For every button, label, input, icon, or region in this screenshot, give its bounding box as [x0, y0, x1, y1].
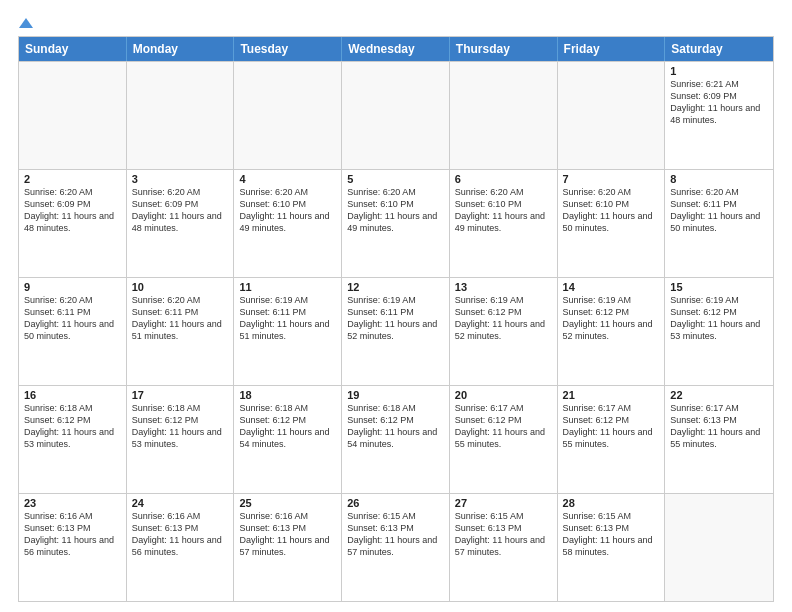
day-10: 10Sunrise: 6:20 AM Sunset: 6:11 PM Dayli… — [127, 278, 235, 385]
empty-cell-0-5 — [558, 62, 666, 169]
day-9: 9Sunrise: 6:20 AM Sunset: 6:11 PM Daylig… — [19, 278, 127, 385]
day-number: 22 — [670, 389, 768, 401]
day-13: 13Sunrise: 6:19 AM Sunset: 6:12 PM Dayli… — [450, 278, 558, 385]
day-27: 27Sunrise: 6:15 AM Sunset: 6:13 PM Dayli… — [450, 494, 558, 601]
day-6: 6Sunrise: 6:20 AM Sunset: 6:10 PM Daylig… — [450, 170, 558, 277]
empty-cell-0-4 — [450, 62, 558, 169]
week-row-1: 1Sunrise: 6:21 AM Sunset: 6:09 PM Daylig… — [19, 61, 773, 169]
day-number: 19 — [347, 389, 444, 401]
day-info: Sunrise: 6:19 AM Sunset: 6:11 PM Dayligh… — [347, 294, 444, 343]
day-info: Sunrise: 6:19 AM Sunset: 6:12 PM Dayligh… — [455, 294, 552, 343]
day-info: Sunrise: 6:20 AM Sunset: 6:09 PM Dayligh… — [24, 186, 121, 235]
day-number: 5 — [347, 173, 444, 185]
day-14: 14Sunrise: 6:19 AM Sunset: 6:12 PM Dayli… — [558, 278, 666, 385]
logo-triangle-icon — [19, 18, 33, 28]
day-info: Sunrise: 6:16 AM Sunset: 6:13 PM Dayligh… — [24, 510, 121, 559]
day-21: 21Sunrise: 6:17 AM Sunset: 6:12 PM Dayli… — [558, 386, 666, 493]
empty-cell-0-0 — [19, 62, 127, 169]
day-16: 16Sunrise: 6:18 AM Sunset: 6:12 PM Dayli… — [19, 386, 127, 493]
day-info: Sunrise: 6:15 AM Sunset: 6:13 PM Dayligh… — [455, 510, 552, 559]
day-number: 11 — [239, 281, 336, 293]
day-info: Sunrise: 6:18 AM Sunset: 6:12 PM Dayligh… — [132, 402, 229, 451]
day-number: 9 — [24, 281, 121, 293]
day-22: 22Sunrise: 6:17 AM Sunset: 6:13 PM Dayli… — [665, 386, 773, 493]
day-info: Sunrise: 6:16 AM Sunset: 6:13 PM Dayligh… — [239, 510, 336, 559]
day-info: Sunrise: 6:17 AM Sunset: 6:13 PM Dayligh… — [670, 402, 768, 451]
day-info: Sunrise: 6:20 AM Sunset: 6:10 PM Dayligh… — [239, 186, 336, 235]
day-number: 4 — [239, 173, 336, 185]
day-7: 7Sunrise: 6:20 AM Sunset: 6:10 PM Daylig… — [558, 170, 666, 277]
day-number: 17 — [132, 389, 229, 401]
calendar-body: 1Sunrise: 6:21 AM Sunset: 6:09 PM Daylig… — [19, 61, 773, 601]
day-12: 12Sunrise: 6:19 AM Sunset: 6:11 PM Dayli… — [342, 278, 450, 385]
day-5: 5Sunrise: 6:20 AM Sunset: 6:10 PM Daylig… — [342, 170, 450, 277]
empty-cell-0-2 — [234, 62, 342, 169]
empty-cell-0-1 — [127, 62, 235, 169]
header-day-friday: Friday — [558, 37, 666, 61]
day-number: 26 — [347, 497, 444, 509]
day-number: 8 — [670, 173, 768, 185]
day-info: Sunrise: 6:15 AM Sunset: 6:13 PM Dayligh… — [563, 510, 660, 559]
day-number: 7 — [563, 173, 660, 185]
day-info: Sunrise: 6:18 AM Sunset: 6:12 PM Dayligh… — [347, 402, 444, 451]
day-2: 2Sunrise: 6:20 AM Sunset: 6:09 PM Daylig… — [19, 170, 127, 277]
day-info: Sunrise: 6:19 AM Sunset: 6:11 PM Dayligh… — [239, 294, 336, 343]
day-3: 3Sunrise: 6:20 AM Sunset: 6:09 PM Daylig… — [127, 170, 235, 277]
header-day-sunday: Sunday — [19, 37, 127, 61]
day-number: 1 — [670, 65, 768, 77]
day-number: 18 — [239, 389, 336, 401]
day-number: 24 — [132, 497, 229, 509]
day-info: Sunrise: 6:19 AM Sunset: 6:12 PM Dayligh… — [670, 294, 768, 343]
day-number: 13 — [455, 281, 552, 293]
day-1: 1Sunrise: 6:21 AM Sunset: 6:09 PM Daylig… — [665, 62, 773, 169]
logo-area — [18, 18, 34, 28]
week-row-5: 23Sunrise: 6:16 AM Sunset: 6:13 PM Dayli… — [19, 493, 773, 601]
day-number: 27 — [455, 497, 552, 509]
day-number: 10 — [132, 281, 229, 293]
calendar: SundayMondayTuesdayWednesdayThursdayFrid… — [18, 36, 774, 602]
week-row-2: 2Sunrise: 6:20 AM Sunset: 6:09 PM Daylig… — [19, 169, 773, 277]
day-number: 14 — [563, 281, 660, 293]
day-number: 23 — [24, 497, 121, 509]
header-day-thursday: Thursday — [450, 37, 558, 61]
day-number: 12 — [347, 281, 444, 293]
day-info: Sunrise: 6:20 AM Sunset: 6:10 PM Dayligh… — [455, 186, 552, 235]
day-number: 16 — [24, 389, 121, 401]
day-23: 23Sunrise: 6:16 AM Sunset: 6:13 PM Dayli… — [19, 494, 127, 601]
svg-marker-0 — [19, 18, 33, 28]
day-28: 28Sunrise: 6:15 AM Sunset: 6:13 PM Dayli… — [558, 494, 666, 601]
day-8: 8Sunrise: 6:20 AM Sunset: 6:11 PM Daylig… — [665, 170, 773, 277]
day-info: Sunrise: 6:20 AM Sunset: 6:10 PM Dayligh… — [563, 186, 660, 235]
page: SundayMondayTuesdayWednesdayThursdayFrid… — [0, 0, 792, 612]
day-number: 15 — [670, 281, 768, 293]
day-number: 6 — [455, 173, 552, 185]
day-number: 20 — [455, 389, 552, 401]
day-19: 19Sunrise: 6:18 AM Sunset: 6:12 PM Dayli… — [342, 386, 450, 493]
day-info: Sunrise: 6:18 AM Sunset: 6:12 PM Dayligh… — [239, 402, 336, 451]
header — [18, 18, 774, 28]
day-17: 17Sunrise: 6:18 AM Sunset: 6:12 PM Dayli… — [127, 386, 235, 493]
header-day-saturday: Saturday — [665, 37, 773, 61]
empty-cell-0-3 — [342, 62, 450, 169]
day-25: 25Sunrise: 6:16 AM Sunset: 6:13 PM Dayli… — [234, 494, 342, 601]
day-info: Sunrise: 6:16 AM Sunset: 6:13 PM Dayligh… — [132, 510, 229, 559]
calendar-header: SundayMondayTuesdayWednesdayThursdayFrid… — [19, 37, 773, 61]
day-number: 25 — [239, 497, 336, 509]
header-day-monday: Monday — [127, 37, 235, 61]
day-info: Sunrise: 6:20 AM Sunset: 6:09 PM Dayligh… — [132, 186, 229, 235]
day-24: 24Sunrise: 6:16 AM Sunset: 6:13 PM Dayli… — [127, 494, 235, 601]
day-info: Sunrise: 6:20 AM Sunset: 6:11 PM Dayligh… — [132, 294, 229, 343]
day-18: 18Sunrise: 6:18 AM Sunset: 6:12 PM Dayli… — [234, 386, 342, 493]
day-info: Sunrise: 6:20 AM Sunset: 6:11 PM Dayligh… — [670, 186, 768, 235]
day-info: Sunrise: 6:17 AM Sunset: 6:12 PM Dayligh… — [455, 402, 552, 451]
day-20: 20Sunrise: 6:17 AM Sunset: 6:12 PM Dayli… — [450, 386, 558, 493]
day-26: 26Sunrise: 6:15 AM Sunset: 6:13 PM Dayli… — [342, 494, 450, 601]
empty-cell-4-6 — [665, 494, 773, 601]
day-info: Sunrise: 6:18 AM Sunset: 6:12 PM Dayligh… — [24, 402, 121, 451]
day-info: Sunrise: 6:19 AM Sunset: 6:12 PM Dayligh… — [563, 294, 660, 343]
day-info: Sunrise: 6:21 AM Sunset: 6:09 PM Dayligh… — [670, 78, 768, 127]
header-day-tuesday: Tuesday — [234, 37, 342, 61]
day-15: 15Sunrise: 6:19 AM Sunset: 6:12 PM Dayli… — [665, 278, 773, 385]
week-row-4: 16Sunrise: 6:18 AM Sunset: 6:12 PM Dayli… — [19, 385, 773, 493]
logo — [18, 18, 34, 28]
